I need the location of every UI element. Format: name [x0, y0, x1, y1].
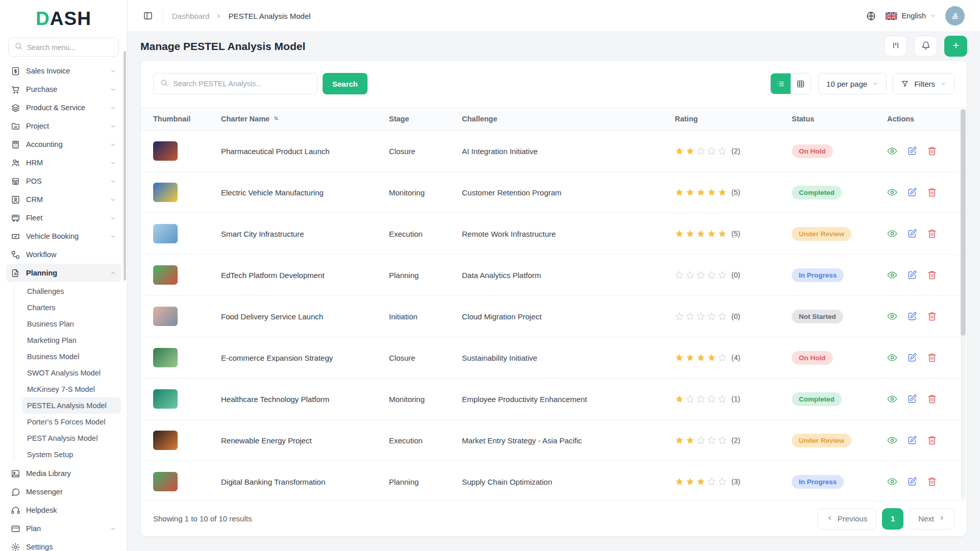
header-charter-name[interactable]: Charter Name	[221, 115, 389, 123]
breadcrumb-home[interactable]: Dashboard	[172, 12, 209, 20]
edit-button[interactable]	[907, 477, 917, 487]
delete-button[interactable]	[927, 229, 937, 239]
delete-button[interactable]	[927, 435, 937, 445]
language-selector[interactable]: English	[886, 12, 936, 20]
grid-icon	[796, 80, 805, 88]
user-avatar[interactable]	[945, 6, 965, 26]
sort-icon[interactable]	[273, 115, 280, 123]
next-page-button[interactable]: Next	[909, 508, 954, 530]
add-new-button[interactable]	[944, 36, 967, 57]
sidebar-item-fleet[interactable]: Fleet	[6, 209, 121, 227]
sidebar-search-input[interactable]	[27, 43, 113, 52]
sidebar-item-pos[interactable]: POS	[6, 172, 121, 190]
sidebar-item-sales-invoice[interactable]: Sales Invoice	[6, 62, 121, 80]
sidebar-subitem-charters[interactable]: Charters	[22, 299, 121, 316]
edit-button[interactable]	[907, 270, 917, 280]
search-button[interactable]: Search	[323, 73, 368, 94]
charter-thumbnail	[153, 348, 178, 367]
delete-button[interactable]	[927, 270, 937, 280]
sidebar-toggle-icon[interactable]	[143, 11, 153, 21]
credit-card-icon	[11, 524, 20, 534]
view-button[interactable]	[887, 394, 897, 404]
sidebar-item-project[interactable]: Project	[6, 117, 121, 135]
sidebar-search[interactable]	[8, 38, 119, 57]
view-button[interactable]	[887, 477, 897, 487]
star-filled-icon	[707, 353, 716, 362]
star-filled-icon	[685, 353, 695, 362]
edit-button[interactable]	[907, 146, 917, 156]
sidebar-scrollbar[interactable]	[124, 51, 126, 281]
status-badge: In Progress	[792, 475, 844, 489]
sidebar-item-media-library[interactable]: Media Library	[6, 464, 121, 483]
delete-button[interactable]	[927, 394, 937, 404]
filters-button[interactable]: Filters	[893, 73, 954, 94]
sidebar-subitem-mckinsey-7-s-model[interactable]: McKinsey 7-S Model	[22, 381, 121, 397]
sidebar-subitem-business-plan[interactable]: Business Plan	[22, 316, 121, 332]
sidebar-subitem-porter-s-5-forces-model[interactable]: Porter's 5 Forces Model	[22, 414, 121, 430]
eye-icon	[887, 353, 897, 363]
sidebar-item-messenger[interactable]: Messenger	[6, 483, 121, 501]
invoice-icon	[11, 66, 20, 76]
view-button[interactable]	[887, 187, 897, 197]
table-scrollbar-thumb[interactable]	[961, 109, 966, 336]
delete-button[interactable]	[927, 146, 937, 156]
sidebar-item-plan[interactable]: Plan	[6, 519, 121, 538]
view-button[interactable]	[887, 146, 897, 156]
sidebar-subitem-swot-analysis-model[interactable]: SWOT Analysis Model	[22, 365, 121, 381]
edit-button[interactable]	[907, 353, 917, 363]
notifications-button[interactable]	[914, 36, 937, 57]
globe-icon[interactable]	[866, 11, 876, 21]
sidebar-item-vehicle-booking[interactable]: Vehicle Booking	[6, 227, 121, 245]
delete-button[interactable]	[927, 187, 937, 197]
star-filled-icon	[675, 436, 684, 445]
grid-view-button[interactable]	[791, 73, 811, 94]
cell-stage: Execution	[389, 436, 462, 445]
list-view-button[interactable]	[771, 73, 791, 94]
edit-button[interactable]	[907, 394, 917, 404]
cell-status: On Hold	[792, 144, 887, 158]
previous-page-button[interactable]: Previous	[817, 508, 876, 530]
delete-button[interactable]	[927, 477, 937, 487]
logo-rest: ASH	[50, 8, 91, 29]
sidebar-item-crm[interactable]: CRM	[6, 190, 121, 209]
cell-rating: (3)	[675, 477, 792, 486]
table-search-input[interactable]	[173, 80, 311, 88]
sidebar-item-product-service[interactable]: Product & Service	[6, 98, 121, 117]
sidebar-item-hrm[interactable]: HRM	[6, 154, 121, 172]
view-button[interactable]	[887, 311, 897, 321]
edit-button[interactable]	[907, 311, 917, 321]
sidebar-item-workflow[interactable]: Workflow	[6, 245, 121, 264]
star-filled-icon	[685, 436, 695, 445]
view-button[interactable]	[887, 435, 897, 445]
kanban-view-button[interactable]	[884, 36, 907, 57]
per-page-select[interactable]: 10 per page	[818, 73, 887, 94]
sidebar-subitem-marketing-plan[interactable]: Marketing Plan	[22, 332, 121, 348]
current-page-button[interactable]: 1	[882, 508, 903, 530]
sidebar-item-purchase[interactable]: Purchase	[6, 80, 121, 98]
table-scrollbar[interactable]	[961, 109, 966, 500]
view-button[interactable]	[887, 353, 897, 363]
cell-stage: Closure	[389, 354, 462, 362]
sidebar-subitem-challenges[interactable]: Challenges	[22, 283, 121, 299]
sidebar-item-accounting[interactable]: Accounting	[6, 135, 121, 154]
chevron-down-icon	[110, 105, 116, 111]
sidebar-item-planning[interactable]: Planning	[6, 264, 121, 282]
edit-button[interactable]	[907, 229, 917, 239]
sidebar-subitem-business-model[interactable]: Business Model	[22, 348, 121, 365]
cell-challenge: Customer Retention Program	[462, 188, 675, 197]
star-empty-icon	[696, 394, 705, 404]
edit-button[interactable]	[907, 187, 917, 197]
sidebar-subitem-pest-analysis-model[interactable]: PEST Analysis Model	[22, 430, 121, 446]
delete-button[interactable]	[927, 353, 937, 363]
view-button[interactable]	[887, 229, 897, 239]
sidebar-subitem-system-setup[interactable]: System Setup	[22, 446, 121, 463]
sidebar-item-settings[interactable]: Settings	[6, 538, 121, 551]
cell-challenge: Market Entry Strategy - Asia Pacific	[462, 436, 675, 445]
delete-button[interactable]	[927, 311, 937, 321]
sidebar-subitem-pestel-analysis-model[interactable]: PESTEL Analysis Model	[22, 397, 121, 414]
edit-button[interactable]	[907, 435, 917, 445]
view-button[interactable]	[887, 270, 897, 280]
sidebar-item-helpdesk[interactable]: Helpdesk	[6, 501, 121, 519]
table-search[interactable]	[153, 73, 317, 94]
cell-charter-name: Food Delivery Service Launch	[221, 312, 389, 321]
